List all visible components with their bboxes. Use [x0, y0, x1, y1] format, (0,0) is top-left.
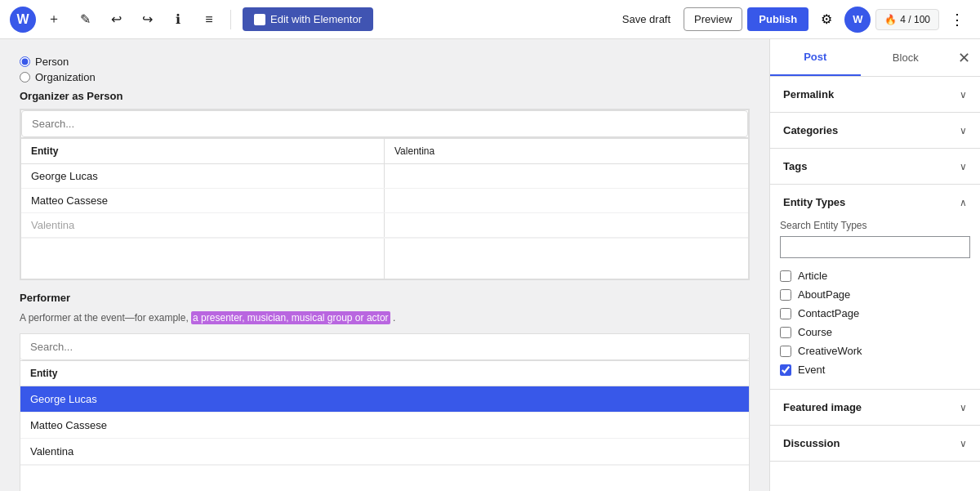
gear-icon: ⚙: [821, 11, 832, 27]
table-row: Matteo Cassese: [21, 189, 748, 213]
entity-cell: [385, 189, 748, 212]
tags-title: Tags: [783, 160, 807, 172]
categories-title: Categories: [783, 124, 838, 136]
save-draft-button[interactable]: Save draft: [614, 7, 679, 31]
performer-section: Performer A performer at the event—for e…: [20, 292, 750, 491]
permalink-header[interactable]: Permalink ∨: [770, 77, 980, 112]
performer-dropdown: Entity George Lucas Matteo Cassese Valen…: [20, 361, 749, 491]
redo-icon: ↪: [142, 11, 153, 27]
entity-type-item-article[interactable]: Article: [780, 266, 970, 285]
featured-image-title: Featured image: [783, 401, 862, 413]
main-layout: Person Organization Organizer as Person …: [0, 39, 980, 491]
wp-logo[interactable]: W: [10, 7, 36, 33]
entity-type-checkbox-creativework[interactable]: [780, 346, 791, 357]
entity-search-label: Search Entity Types: [780, 220, 970, 231]
sidebar-section-discussion: Discussion ∨: [770, 426, 980, 462]
tab-post[interactable]: Post: [770, 39, 861, 76]
entity-types-header[interactable]: Entity Types ∧: [770, 185, 980, 220]
tags-header[interactable]: Tags ∨: [770, 149, 980, 184]
selected-value-display: Valentina: [394, 145, 434, 157]
settings-button[interactable]: ⚙: [813, 7, 840, 33]
radio-organization-input[interactable]: [20, 72, 30, 83]
performer-section-block: Entity George Lucas Matteo Cassese Valen…: [20, 333, 750, 491]
permalink-chevron: ∨: [960, 89, 967, 100]
tools-button[interactable]: ✎: [72, 7, 98, 33]
radio-group: Person Organization: [20, 56, 750, 83]
entity-type-item-creativework[interactable]: CreativeWork: [780, 341, 970, 360]
tab-block[interactable]: Block: [861, 39, 951, 76]
entity-type-checkbox-contactpage[interactable]: [780, 308, 791, 319]
redo-button[interactable]: ↪: [134, 7, 160, 33]
performer-desc-after: .: [393, 312, 395, 324]
categories-header[interactable]: Categories ∨: [770, 113, 980, 148]
discussion-title: Discussion: [783, 437, 840, 449]
performer-description: A performer at the event—for example, a …: [20, 310, 750, 325]
entity-type-label-article: Article: [798, 270, 827, 282]
organizer-search-wrapper: [20, 109, 749, 138]
right-sidebar: Post Block ✕ Permalink ∨ Categories ∨ Ta…: [769, 39, 980, 491]
radio-person-input[interactable]: [20, 56, 30, 67]
organizer-section-block: Entity Valentina George Lucas Matteo Cas…: [20, 109, 750, 280]
elementor-label: Edit with Elementor: [270, 13, 362, 25]
avatar[interactable]: W: [844, 7, 871, 33]
info-button[interactable]: ℹ: [165, 7, 191, 33]
entity-type-item-event[interactable]: Event: [780, 360, 970, 379]
sidebar-tabs: Post Block ✕: [770, 39, 980, 77]
radio-person[interactable]: Person: [20, 56, 750, 68]
entity-cell: George Lucas: [21, 164, 385, 188]
entity-cell: [385, 213, 748, 237]
word-count: 4 / 100: [900, 14, 930, 25]
flame-icon: 🔥: [884, 14, 897, 25]
entity-checkbox-list: Article AboutPage ContactPage Cours: [780, 266, 970, 379]
discussion-header[interactable]: Discussion ∨: [770, 426, 980, 461]
entity-search-input[interactable]: [780, 236, 970, 258]
elementor-button[interactable]: Edit with Elementor: [243, 7, 373, 31]
info-icon: ℹ: [176, 11, 180, 27]
entity-type-item-contactpage[interactable]: ContactPage: [780, 304, 970, 323]
entity-type-checkbox-event[interactable]: [780, 364, 791, 376]
organizer-entity-table: Entity Valentina George Lucas Matteo Cas…: [20, 138, 749, 279]
performer-entity-header: Entity: [20, 361, 749, 386]
entity-types-body: Search Entity Types Article AboutPage: [770, 220, 980, 389]
performer-search-input[interactable]: [20, 334, 749, 360]
entity-cell: [385, 164, 748, 188]
discussion-chevron: ∨: [960, 438, 967, 449]
entity-type-item-aboutpage[interactable]: AboutPage: [780, 285, 970, 304]
sidebar-section-permalink: Permalink ∨: [770, 77, 980, 113]
add-block-button[interactable]: ＋: [41, 7, 67, 33]
list-icon: ≡: [205, 12, 212, 27]
entity-table-header: Entity Valentina: [21, 139, 748, 164]
list-item[interactable]: George Lucas: [20, 386, 749, 413]
list-view-button[interactable]: ≡: [196, 7, 222, 33]
organizer-search-input[interactable]: [21, 110, 748, 137]
sidebar-section-tags: Tags ∨: [770, 149, 980, 185]
close-sidebar-button[interactable]: ✕: [951, 45, 977, 71]
entity-type-label-aboutpage: AboutPage: [798, 288, 850, 301]
entity-cell-muted: Valentina: [21, 213, 385, 237]
table-row: George Lucas: [21, 164, 748, 189]
entity-type-checkbox-aboutpage[interactable]: [780, 289, 791, 301]
entity-types-title: Entity Types: [783, 196, 845, 208]
entity-type-item-course[interactable]: Course: [780, 323, 970, 341]
radio-organization[interactable]: Organization: [20, 71, 750, 83]
publish-button[interactable]: Publish: [747, 7, 808, 31]
entity-cell: Matteo Cassese: [21, 189, 385, 212]
more-options-button[interactable]: ⋮: [944, 7, 970, 33]
entity-col1-header: Entity: [21, 139, 385, 163]
entity-type-label-course: Course: [798, 326, 832, 338]
wp-logo-text: W: [16, 12, 29, 27]
featured-image-header[interactable]: Featured image ∨: [770, 390, 980, 425]
entity-type-checkbox-article[interactable]: [780, 270, 791, 282]
performer-desc-before: A performer at the event—for example,: [20, 312, 189, 324]
list-item[interactable]: Valentina: [20, 439, 749, 465]
entity-type-checkbox-course[interactable]: [780, 327, 791, 338]
undo-button[interactable]: ↩: [103, 7, 129, 33]
permalink-title: Permalink: [783, 88, 834, 100]
entity-types-section: Entity Types ∧ Search Entity Types Artic…: [770, 185, 980, 390]
list-item[interactable]: Matteo Cassese: [20, 413, 749, 439]
entity-type-label-event: Event: [798, 364, 825, 376]
preview-button[interactable]: Preview: [684, 7, 742, 31]
sidebar-section-categories: Categories ∨: [770, 113, 980, 149]
plus-icon: ＋: [47, 11, 60, 28]
entity-types-chevron: ∧: [960, 197, 967, 208]
